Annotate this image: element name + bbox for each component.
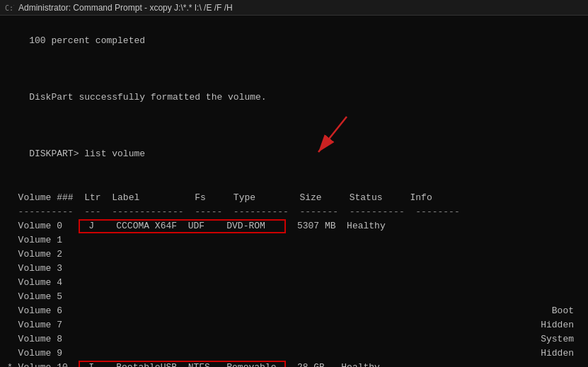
svg-text:C:\: C:\	[5, 4, 14, 12]
cmd-icon: C:\	[4, 3, 14, 13]
terminal: 100 percent completed DiskPart successfu…	[0, 16, 588, 367]
table-row: * Volume 10 I BootableUSB NTFS Removable…	[7, 361, 581, 367]
table-row: Volume 8 System	[7, 332, 581, 346]
diskpart-format-line: DiskPart successfully formatted the volu…	[7, 76, 581, 119]
volume-table: Volume ### Ltr Label Fs Type Size Status…	[7, 191, 581, 367]
table-row: Volume 4	[7, 276, 581, 290]
percent-complete-line: 100 percent completed	[7, 20, 581, 62]
titlebar: C:\ Administrator: Command Prompt - xcop…	[0, 0, 588, 16]
table-row: Volume 6 Boot	[7, 304, 581, 318]
blank-line-1	[7, 62, 581, 76]
table-row: Volume 1	[7, 233, 581, 247]
titlebar-title: Administrator: Command Prompt - xcopy J:…	[18, 3, 233, 13]
table-dashes: ---------- --- ------------- ----- -----…	[7, 205, 581, 219]
table-row: Volume 5	[7, 290, 581, 304]
table-row: Volume 3	[7, 262, 581, 276]
list-volume-cmd: DISKPART> list volume	[7, 133, 581, 175]
table-row: Volume 7 Hidden	[7, 318, 581, 332]
blank-line-3	[7, 175, 581, 190]
volume-0-highlight: J CCCOMA X64F UDF DVD-ROM	[79, 219, 286, 233]
percent-complete-text: 100 percent completed	[29, 35, 145, 46]
table-header: Volume ### Ltr Label Fs Type Size Status…	[7, 191, 581, 205]
table-row: Volume 9 Hidden	[7, 346, 581, 361]
table-row: Volume 2	[7, 247, 581, 262]
table-row: Volume 0 J CCCOMA X64F UDF DVD-ROM 5307 …	[7, 219, 581, 233]
blank-line-2	[7, 119, 581, 133]
volume-10-highlight: I BootableUSB NTFS Removable	[79, 361, 286, 367]
